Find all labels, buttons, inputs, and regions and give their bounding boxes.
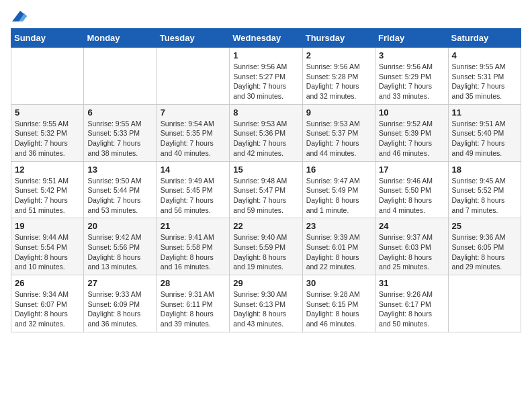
day-number: 11: [452, 107, 517, 118]
day-info-text: Daylight: 8 hours: [15, 253, 80, 263]
day-info-text: Sunset: 5:56 PM: [87, 242, 152, 253]
day-number: 23: [306, 221, 371, 231]
day-number: 21: [161, 221, 226, 231]
day-info-text: Daylight: 7 hours: [161, 138, 226, 148]
day-info-text: Sunset: 5:27 PM: [233, 72, 298, 82]
day-number: 28: [161, 278, 226, 288]
day-info-text: Sunrise: 9:47 AM: [306, 176, 371, 186]
day-number: 1: [233, 50, 298, 60]
calendar-day-cell: 26Sunrise: 9:34 AMSunset: 6:07 PMDayligh…: [11, 275, 84, 332]
day-number: 31: [379, 278, 444, 288]
day-number: 2: [306, 50, 371, 60]
day-info-text: Sunset: 6:07 PM: [15, 300, 80, 310]
day-info-text: and 16 minutes.: [161, 262, 226, 272]
day-info-text: Daylight: 7 hours: [379, 138, 444, 148]
day-info-text: Daylight: 8 hours: [233, 309, 298, 319]
day-info-text: Sunrise: 9:37 AM: [379, 232, 444, 242]
day-info-text: and 38 minutes.: [87, 148, 152, 158]
day-info-text: and 30 minutes.: [233, 91, 298, 101]
header: [11, 11, 521, 21]
calendar-day-cell: 5Sunrise: 9:55 AMSunset: 5:32 PMDaylight…: [11, 104, 84, 161]
day-info-text: Daylight: 7 hours: [233, 138, 298, 148]
day-info-text: Daylight: 7 hours: [452, 81, 517, 91]
day-info-text: Daylight: 8 hours: [87, 309, 152, 319]
day-info-text: and 53 minutes.: [87, 205, 152, 216]
day-info-text: Sunset: 5:49 PM: [306, 185, 371, 195]
day-info-text: Daylight: 7 hours: [15, 195, 80, 205]
day-info-text: and 42 minutes.: [233, 148, 298, 158]
day-info-text: and 46 minutes.: [379, 148, 444, 158]
calendar-day-cell: 30Sunrise: 9:28 AMSunset: 6:15 PMDayligh…: [302, 275, 375, 332]
calendar-day-cell: 29Sunrise: 9:30 AMSunset: 6:13 PMDayligh…: [230, 275, 302, 332]
day-number: 5: [15, 107, 80, 118]
day-number: 12: [15, 165, 80, 175]
day-info-text: Sunrise: 9:55 AM: [15, 119, 80, 129]
weekday-header-row: SundayMondayTuesdayWednesdayThursdayFrid…: [11, 29, 521, 48]
day-info-text: and 1 minute.: [306, 205, 371, 216]
day-info-text: Sunset: 6:09 PM: [87, 300, 152, 310]
day-info-text: Sunrise: 9:45 AM: [452, 176, 517, 186]
calendar-day-cell: 2Sunrise: 9:56 AMSunset: 5:28 PMDaylight…: [302, 48, 375, 105]
day-info-text: Sunset: 5:33 PM: [87, 128, 152, 138]
day-info-text: Sunset: 6:13 PM: [233, 300, 298, 310]
day-info-text: and 46 minutes.: [306, 319, 371, 329]
day-info-text: Daylight: 8 hours: [233, 253, 298, 263]
day-number: 19: [15, 221, 80, 231]
day-info-text: and 4 minutes.: [379, 205, 444, 216]
day-info-text: Daylight: 7 hours: [161, 195, 226, 205]
calendar-week-row: 12Sunrise: 9:51 AMSunset: 5:42 PMDayligh…: [11, 161, 521, 218]
weekday-header-cell: Tuesday: [157, 29, 229, 48]
weekday-header-cell: Monday: [84, 29, 157, 48]
calendar-week-row: 19Sunrise: 9:44 AMSunset: 5:54 PMDayligh…: [11, 218, 521, 275]
day-info-text: and 25 minutes.: [379, 262, 444, 272]
day-info-text: Sunset: 5:50 PM: [379, 185, 444, 195]
day-info-text: Daylight: 8 hours: [452, 253, 517, 263]
calendar-day-cell: 13Sunrise: 9:50 AMSunset: 5:44 PMDayligh…: [84, 161, 157, 218]
day-number: 20: [87, 221, 152, 231]
calendar-day-cell: 14Sunrise: 9:49 AMSunset: 5:45 PMDayligh…: [157, 161, 229, 218]
day-number: 26: [15, 278, 80, 288]
day-info-text: and 13 minutes.: [87, 262, 152, 272]
day-info-text: Sunset: 5:42 PM: [15, 185, 80, 195]
calendar-day-cell: 25Sunrise: 9:36 AMSunset: 6:05 PMDayligh…: [448, 218, 521, 275]
day-info-text: Daylight: 8 hours: [87, 253, 152, 263]
calendar-day-cell: 11Sunrise: 9:51 AMSunset: 5:40 PMDayligh…: [448, 104, 521, 161]
day-info-text: Sunset: 5:52 PM: [452, 185, 517, 195]
day-info-text: and 10 minutes.: [15, 262, 80, 272]
day-info-text: Daylight: 8 hours: [161, 253, 226, 263]
calendar-day-cell: 16Sunrise: 9:47 AMSunset: 5:49 PMDayligh…: [302, 161, 375, 218]
day-info-text: Daylight: 8 hours: [379, 195, 444, 205]
calendar-day-cell: 20Sunrise: 9:42 AMSunset: 5:56 PMDayligh…: [84, 218, 157, 275]
day-info-text: Sunset: 5:32 PM: [15, 128, 80, 138]
calendar-day-cell: 15Sunrise: 9:48 AMSunset: 5:47 PMDayligh…: [230, 161, 302, 218]
day-number: 30: [306, 278, 371, 288]
day-info-text: Sunset: 6:01 PM: [306, 242, 371, 253]
logo-icon: [12, 11, 27, 21]
day-info-text: Sunrise: 9:33 AM: [87, 289, 152, 300]
calendar-day-cell: 8Sunrise: 9:53 AMSunset: 5:36 PMDaylight…: [230, 104, 302, 161]
day-info-text: Sunrise: 9:36 AM: [452, 232, 517, 242]
day-info-text: Daylight: 8 hours: [379, 253, 444, 263]
day-info-text: Sunset: 5:39 PM: [379, 128, 444, 138]
calendar-day-cell: 21Sunrise: 9:41 AMSunset: 5:58 PMDayligh…: [157, 218, 229, 275]
weekday-header-cell: Thursday: [302, 29, 375, 48]
day-info-text: Sunrise: 9:53 AM: [233, 119, 298, 129]
day-info-text: Sunrise: 9:26 AM: [379, 289, 444, 300]
day-info-text: Daylight: 7 hours: [452, 138, 517, 148]
day-number: 27: [87, 278, 152, 288]
day-info-text: Daylight: 7 hours: [233, 195, 298, 205]
day-info-text: Sunrise: 9:30 AM: [233, 289, 298, 300]
day-info-text: Sunset: 5:54 PM: [15, 242, 80, 253]
calendar-day-cell: 4Sunrise: 9:55 AMSunset: 5:31 PMDaylight…: [448, 48, 521, 105]
day-number: 17: [379, 165, 444, 175]
day-number: 22: [233, 221, 298, 231]
day-info-text: and 36 minutes.: [87, 319, 152, 329]
calendar-day-cell: 22Sunrise: 9:40 AMSunset: 5:59 PMDayligh…: [230, 218, 302, 275]
day-info-text: Sunset: 5:58 PM: [161, 242, 226, 253]
day-number: 9: [306, 107, 371, 118]
calendar-day-cell: 7Sunrise: 9:54 AMSunset: 5:35 PMDaylight…: [157, 104, 229, 161]
day-info-text: Daylight: 7 hours: [87, 138, 152, 148]
day-info-text: Daylight: 7 hours: [306, 138, 371, 148]
calendar-day-cell: 23Sunrise: 9:39 AMSunset: 6:01 PMDayligh…: [302, 218, 375, 275]
day-info-text: Daylight: 7 hours: [87, 195, 152, 205]
